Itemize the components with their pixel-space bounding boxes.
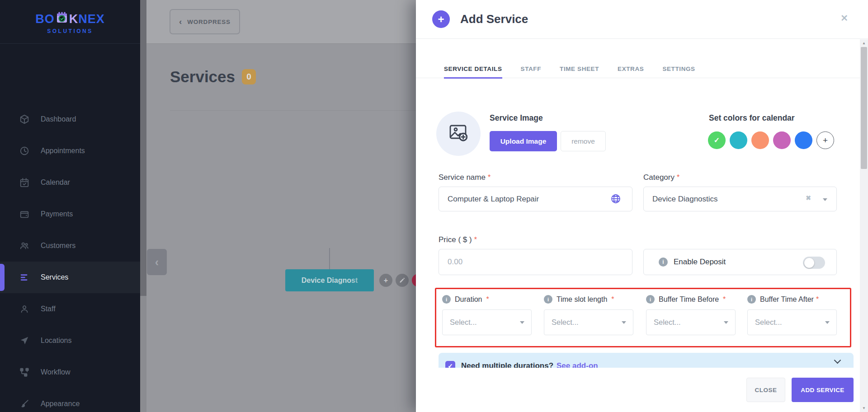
back-button-label: WORDPRESS xyxy=(187,19,231,25)
sidebar-item-locations[interactable]: Locations xyxy=(0,325,140,356)
image-add-icon xyxy=(448,122,469,145)
logo-wordmark: BO K NEX xyxy=(35,11,105,28)
info-icon: i xyxy=(659,258,668,267)
required-asterisk: * xyxy=(723,295,726,304)
tab-settings[interactable]: SETTINGS xyxy=(662,61,695,78)
color-swatch-green-selected[interactable]: ✓ xyxy=(708,131,726,149)
sidebar-item-calendar[interactable]: Calendar xyxy=(0,167,140,198)
sidebar-item-customers[interactable]: Customers xyxy=(0,230,140,262)
add-circle-icon[interactable]: + xyxy=(379,274,392,287)
color-swatch-blue[interactable] xyxy=(795,131,812,149)
modal-scrollbar-thumb[interactable] xyxy=(861,47,867,169)
required-asterisk: * xyxy=(816,295,819,304)
toggle-knob xyxy=(804,258,814,268)
chevron-down-icon xyxy=(823,198,827,201)
required-asterisk: * xyxy=(488,173,491,181)
add-color-button[interactable]: + xyxy=(816,131,834,149)
modal-tabs: SERVICE DETAILS STAFF TIME SHEET EXTRAS … xyxy=(416,61,860,78)
back-to-wordpress-button[interactable]: ‹ WORDPRESS xyxy=(170,9,240,34)
scroll-up-arrow-icon[interactable]: ▲ xyxy=(860,41,868,45)
clear-category-icon[interactable]: ✖ xyxy=(806,194,811,201)
color-swatch-teal[interactable] xyxy=(730,131,747,149)
sidebar-item-payments[interactable]: Payments xyxy=(0,198,140,230)
tab-staff[interactable]: STAFF xyxy=(521,61,542,78)
chevron-down-icon xyxy=(724,321,728,324)
multiple-durations-banner[interactable]: ✓ Need multiple durations? See add-on xyxy=(439,353,854,368)
close-icon[interactable]: ✕ xyxy=(840,13,848,23)
tab-extras[interactable]: EXTRAS xyxy=(618,61,644,78)
buffer-time-after-field: i Buffer Time After * Select... xyxy=(747,295,838,335)
add-service-button[interactable]: ADD SERVICE xyxy=(792,378,854,402)
plus-circle-icon: + xyxy=(432,10,450,28)
brush-icon xyxy=(19,398,30,409)
chevron-down-icon xyxy=(520,321,524,324)
sidebar-item-services[interactable]: Services xyxy=(0,262,140,293)
sidebar-item-label: Calendar xyxy=(41,178,70,187)
service-name-input[interactable] xyxy=(439,187,632,211)
page-scrollbar[interactable] xyxy=(140,0,146,412)
sidebar: BO K NEX SOLUTIONS Dashboard xyxy=(0,0,140,412)
upload-image-button[interactable]: Upload Image xyxy=(490,131,557,151)
logo-text-1: BO xyxy=(35,12,55,26)
enable-deposit-toggle[interactable] xyxy=(803,257,825,269)
tree-connector-line xyxy=(329,248,330,269)
add-service-modal: + Add Service ✕ SERVICE DETAILS STAFF TI… xyxy=(416,0,868,412)
info-icon: i xyxy=(442,295,451,304)
main-content-dimmed: ‹ WORDPRESS Services 0 Device Diagnost +… xyxy=(146,0,416,412)
navigation-icon xyxy=(19,335,30,346)
duration-select[interactable]: Select... xyxy=(442,309,532,335)
sidebar-item-staff[interactable]: Staff xyxy=(0,293,140,325)
page-scrollbar-thumb[interactable] xyxy=(140,0,146,296)
logo-text-2: K xyxy=(69,12,79,26)
buffer-time-before-select[interactable]: Select... xyxy=(646,309,736,335)
close-button[interactable]: CLOSE xyxy=(746,378,785,402)
remove-image-button[interactable]: remove xyxy=(561,131,606,151)
price-input[interactable] xyxy=(439,249,632,275)
buffer-time-after-select[interactable]: Select... xyxy=(747,309,837,335)
workflow-icon xyxy=(19,367,30,378)
select-placeholder: Select... xyxy=(544,310,633,335)
panel-collapse-button[interactable]: ‹ xyxy=(147,249,167,275)
edit-pencil-icon[interactable] xyxy=(396,274,409,287)
sidebar-item-workflow[interactable]: Workflow xyxy=(0,356,140,388)
tab-time-sheet[interactable]: TIME SHEET xyxy=(560,61,599,78)
tab-service-details[interactable]: SERVICE DETAILS xyxy=(444,61,502,79)
chevron-down-icon xyxy=(825,321,830,324)
logo-subtitle: SOLUTIONS xyxy=(47,28,93,34)
time-slot-length-field: i Time slot length * Select... xyxy=(544,295,634,335)
sidebar-item-dashboard[interactable]: Dashboard xyxy=(0,103,140,135)
clock-icon xyxy=(19,145,30,156)
banner-content: ✓ Need multiple durations? See add-on xyxy=(445,361,598,368)
category-select[interactable]: Device Diagnostics ✖ xyxy=(643,187,837,211)
select-placeholder: Select... xyxy=(443,310,531,335)
sidebar-item-label: Services xyxy=(41,273,68,281)
modal-scrollbar[interactable]: ▲ ▼ xyxy=(860,39,868,412)
wallet-icon xyxy=(19,209,30,220)
see-add-on-link[interactable]: See add-on xyxy=(557,361,598,368)
time-slot-length-select[interactable]: Select... xyxy=(544,309,633,335)
sidebar-item-label: Workflow xyxy=(41,368,71,376)
chevron-left-icon: ‹ xyxy=(179,17,182,27)
service-image-placeholder[interactable] xyxy=(436,112,481,156)
info-icon: i xyxy=(646,295,655,304)
modal-title: Add Service xyxy=(460,12,528,26)
price-label: Price ( $ )* xyxy=(439,235,477,244)
sidebar-item-label: Appearance xyxy=(41,400,80,408)
color-swatch-orange[interactable] xyxy=(751,131,769,149)
sidebar-item-appearance[interactable]: Appearance xyxy=(0,388,140,412)
logo-text-3: NEX xyxy=(78,12,105,26)
category-label: Category* xyxy=(643,173,679,182)
person-icon xyxy=(19,304,30,314)
select-placeholder: Select... xyxy=(646,310,735,335)
scroll-down-arrow-icon[interactable]: ▼ xyxy=(860,406,868,410)
dashboard-icon xyxy=(19,114,30,125)
sidebar-item-label: Appointments xyxy=(41,147,85,155)
category-node-device-diagnostics[interactable]: Device Diagnost xyxy=(285,269,374,291)
calendar-colors-label: Set colors for calendar xyxy=(709,113,795,123)
check-icon: ✓ xyxy=(714,136,720,145)
category-node-label: Device Diagnost xyxy=(302,276,358,285)
sidebar-item-appointments[interactable]: Appointments xyxy=(0,135,140,167)
color-swatch-pink[interactable] xyxy=(773,131,791,149)
sidebar-nav: Dashboard Appointments Calendar Payments… xyxy=(0,103,140,412)
chevron-down-icon xyxy=(622,321,626,324)
